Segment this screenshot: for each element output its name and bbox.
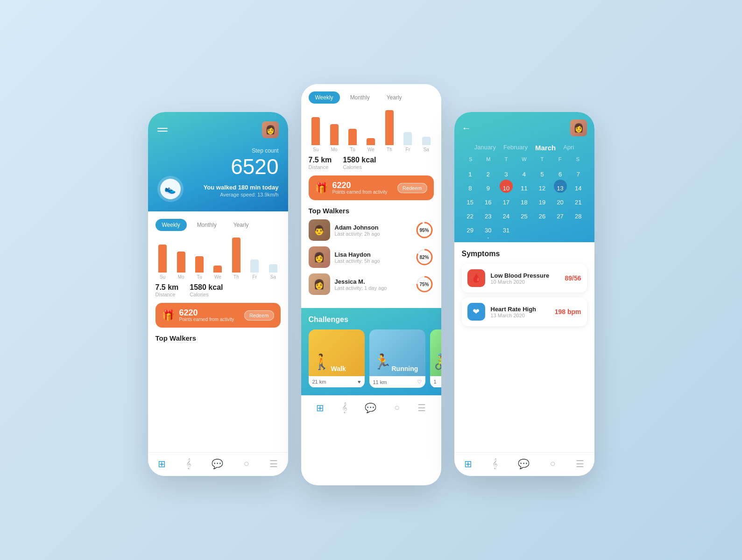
cal-5[interactable]: 5 xyxy=(536,166,549,179)
redeem-button[interactable]: Redeem xyxy=(244,310,274,321)
cal-20[interactable]: 20 xyxy=(554,194,567,207)
p3-nav-chat-icon[interactable]: 💬 xyxy=(518,458,530,469)
p2-tab-monthly[interactable]: Monthly xyxy=(344,91,376,104)
tab-weekly[interactable]: Weekly xyxy=(155,219,187,231)
walk-heart-icon[interactable]: ♥ xyxy=(358,379,361,385)
back-arrow-icon[interactable]: ← xyxy=(462,123,471,133)
cal-10-today[interactable]: 10 xyxy=(500,180,513,193)
challenges-section: Challenges 🚶 Walk 21 km ♥ 🏃 Running xyxy=(301,308,441,395)
cal-8[interactable]: 8 xyxy=(464,180,477,193)
cal-1[interactable]: 1 xyxy=(464,166,477,179)
p3-nav-music-icon[interactable]: 𝄞 xyxy=(492,458,498,469)
cal-19[interactable]: 19 xyxy=(536,194,549,207)
bar-we-label: We xyxy=(214,274,221,280)
tab-yearly[interactable]: Yearly xyxy=(227,219,255,231)
phone-1: 👩 Step count 6520 👟 You walked 180 min t… xyxy=(148,112,288,476)
p2-bar-we: We xyxy=(364,138,378,152)
day-m: M xyxy=(480,156,497,162)
symptom-heart-rate: ❤ Heart Rate High 13 March 2020 198 bpm xyxy=(462,297,587,326)
cal-7[interactable]: 7 xyxy=(572,166,585,179)
cal-14[interactable]: 14 xyxy=(572,180,585,193)
nav-chat-icon[interactable]: 💬 xyxy=(212,458,223,469)
cal-grid: 1 2 3 4 5 6 7 8 9 10 11 12 13 14 15 16 1… xyxy=(462,165,587,235)
cal-4[interactable]: 4 xyxy=(517,166,530,179)
p2-redeem-button[interactable]: Redeem xyxy=(397,183,427,193)
nav-home-icon[interactable]: ⊞ xyxy=(158,458,166,469)
cal-9[interactable]: 9 xyxy=(481,180,495,193)
blood-pressure-info: Low Blood Pressure 10 March 2020 xyxy=(491,272,559,285)
cal-28[interactable]: 28 xyxy=(572,208,585,221)
p2-period-tabs: Weekly Monthly Yearly xyxy=(309,91,434,104)
cal-17[interactable]: 17 xyxy=(500,194,513,207)
p2-nav-feed-icon[interactable]: ☰ xyxy=(417,402,426,413)
cal-16[interactable]: 16 xyxy=(481,194,495,207)
challenge-c[interactable]: 🚴 C 1 xyxy=(430,329,441,388)
cal-30[interactable]: 30 xyxy=(481,222,495,235)
nav-feed-icon[interactable]: ☰ xyxy=(269,458,278,469)
calories-value: 1580 kcal xyxy=(190,283,223,292)
challenge-run[interactable]: 🏃 Running 11 km ♡ xyxy=(369,329,425,388)
walker-jessica-name: Jessica M. xyxy=(335,278,410,285)
cal-6[interactable]: 6 xyxy=(554,166,567,179)
menu-icon[interactable] xyxy=(157,128,168,132)
cal-2[interactable]: 2 xyxy=(481,166,495,179)
run-heart-icon[interactable]: ♡ xyxy=(417,379,422,385)
cal-23[interactable]: 23 xyxy=(481,208,495,221)
cal-february[interactable]: February xyxy=(503,144,528,152)
cal-3[interactable]: 3 xyxy=(500,166,513,179)
bar-fr-label: Fr xyxy=(253,274,257,280)
cal-12[interactable]: 12 xyxy=(536,180,549,193)
p2-points-sub: Points earned from activity xyxy=(332,189,393,195)
p2-bar-tu: Tu xyxy=(345,129,360,152)
p3-nav-home-icon[interactable]: ⊞ xyxy=(464,458,472,469)
cal-11[interactable]: 11 xyxy=(517,180,530,193)
tab-monthly[interactable]: Monthly xyxy=(191,219,223,231)
walker-lisa-progress: 82% xyxy=(415,248,434,266)
p2-tab-yearly[interactable]: Yearly xyxy=(380,91,409,104)
avatar[interactable]: 👩 xyxy=(262,121,279,138)
distance-label: Distance xyxy=(155,292,179,297)
p2-nav-home-icon[interactable]: ⊞ xyxy=(316,402,324,413)
challenge-walk-meta: 21 km ♥ xyxy=(309,376,365,387)
p1-body: Weekly Monthly Yearly Su Mo Tu xyxy=(148,211,288,354)
walker-lisa-info: Lisa Haydon Last activity: 5h ago xyxy=(335,251,410,264)
p2-tab-weekly[interactable]: Weekly xyxy=(309,91,340,104)
blood-pressure-value: 89/56 xyxy=(565,274,581,282)
bar-we: We xyxy=(211,266,225,280)
cal-15[interactable]: 15 xyxy=(464,194,477,207)
p2-nav-chat-icon[interactable]: 💬 xyxy=(365,402,376,413)
p2-nav-music-icon[interactable]: 𝄞 xyxy=(342,402,347,413)
cal-march[interactable]: March xyxy=(535,144,556,152)
top-walkers-title: Top Walkers xyxy=(155,334,281,342)
phone-2: Weekly Monthly Yearly Su Mo Tu xyxy=(301,84,441,485)
cal-21[interactable]: 21 xyxy=(572,194,585,207)
cal-january[interactable]: January xyxy=(474,144,496,152)
bar-we-fill xyxy=(213,266,222,273)
cal-29[interactable]: 29 xyxy=(464,222,477,235)
walker-lisa-pct: 82% xyxy=(419,255,429,260)
cal-31[interactable]: 31 xyxy=(500,222,513,235)
challenge-walk[interactable]: 🚶 Walk 21 km ♥ xyxy=(309,329,365,388)
cal-25[interactable]: 25 xyxy=(517,208,530,221)
p3-avatar[interactable]: 👩 xyxy=(570,119,587,136)
chart-stats: 7.5 km Distance 1580 kcal Calories xyxy=(155,283,281,297)
p3-nav-profile-icon[interactable]: ○ xyxy=(550,458,556,469)
p2-bar-fr: Fr xyxy=(401,132,415,152)
distance-value: 7.5 km xyxy=(155,283,179,292)
p3-nav-feed-icon[interactable]: ☰ xyxy=(576,458,584,469)
p2-gift-icon: 🎁 xyxy=(315,182,328,194)
points-number: 6220 xyxy=(179,308,240,317)
cal-22[interactable]: 22 xyxy=(464,208,477,221)
nav-profile-icon[interactable]: ○ xyxy=(244,458,249,469)
day-s1: S xyxy=(462,156,480,162)
walker-jessica-img: 👩 xyxy=(309,273,330,295)
cal-24[interactable]: 24 xyxy=(500,208,513,221)
cal-13-selected[interactable]: 13 xyxy=(554,180,567,193)
p2-nav-profile-icon[interactable]: ○ xyxy=(394,402,400,413)
cal-april[interactable]: Apri xyxy=(563,144,574,152)
cal-18[interactable]: 18 xyxy=(517,194,530,207)
cal-26[interactable]: 26 xyxy=(536,208,549,221)
bar-chart: Su Mo Tu We Th xyxy=(155,238,281,280)
nav-music-icon[interactable]: 𝄞 xyxy=(186,458,191,469)
cal-27[interactable]: 27 xyxy=(554,208,567,221)
